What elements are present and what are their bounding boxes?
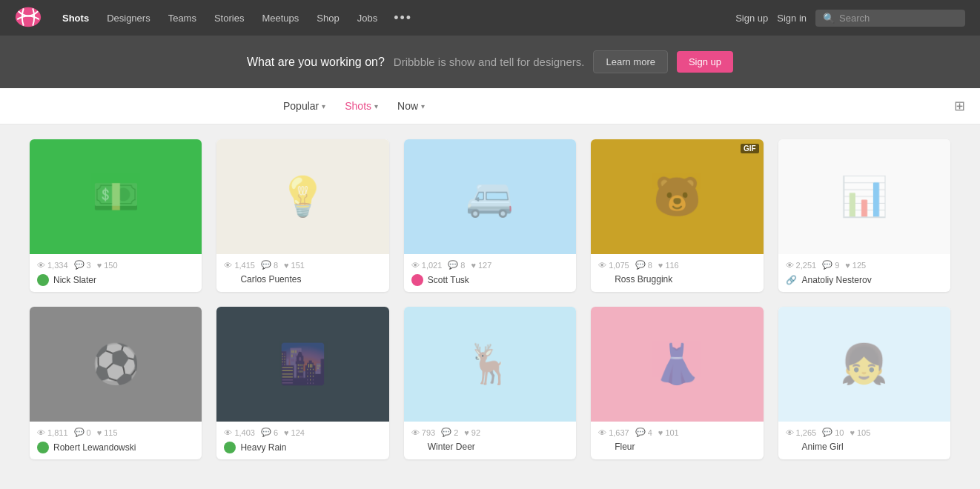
eye-icon: 👁 <box>224 428 232 437</box>
nav-designers[interactable]: Designers <box>99 8 158 28</box>
shot-stats: 👁 1,811 💬 0 ♥ 115 <box>37 428 194 437</box>
like-count: 127 <box>478 261 491 270</box>
shot-thumbnail[interactable]: GIF 🐻 <box>591 139 763 254</box>
view-count: 2,251 <box>796 261 817 270</box>
comments-stat: 💬 9 <box>822 260 839 270</box>
shot-card[interactable]: 👧 👁 1,265 💬 10 ♥ 105 Anime Girl <box>778 307 950 459</box>
nav-shots[interactable]: Shots <box>55 8 96 28</box>
shot-author: Robert Lewandowski <box>37 442 194 453</box>
shot-thumbnail[interactable]: 📊 <box>778 139 950 254</box>
heart-icon: ♥ <box>284 261 289 270</box>
author-name-link[interactable]: Fleur <box>615 442 635 452</box>
author-name-link[interactable]: Heavy Rain <box>240 442 286 453</box>
banner-description: Dribbble is show and tell for designers. <box>394 56 585 68</box>
comment-count: 9 <box>835 261 839 270</box>
shot-stats: 👁 1,021 💬 8 ♥ 127 <box>411 260 569 270</box>
comment-count: 0 <box>87 428 91 437</box>
shot-illustration: 👧 <box>778 307 950 422</box>
heart-icon: ♥ <box>850 428 855 437</box>
shots-filter[interactable]: Shots ▾ <box>337 96 385 116</box>
author-name-link[interactable]: Nick Slater <box>53 275 96 285</box>
shot-meta: 👁 793 💬 2 ♥ 92 Winter Deer <box>404 422 576 458</box>
shot-stats: 👁 1,075 💬 8 ♥ 116 <box>598 260 755 270</box>
view-count: 1,811 <box>47 428 68 437</box>
shot-thumbnail[interactable]: 👗 <box>591 307 763 422</box>
shot-card[interactable]: 💡 👁 1,415 💬 8 ♥ 151 Carlos Puentes <box>216 139 388 292</box>
views-stat: 👁 1,265 <box>786 428 817 437</box>
nav-jobs[interactable]: Jobs <box>350 8 385 28</box>
popular-filter[interactable]: Popular ▾ <box>276 96 333 116</box>
heart-icon: ♥ <box>97 261 102 270</box>
shot-card[interactable]: ⚽ 👁 1,811 💬 0 ♥ 115 Robert Lewandows <box>30 307 202 459</box>
shot-thumbnail[interactable]: 💡 <box>216 139 388 254</box>
filter-bar: Popular ▾ Shots ▾ Now ▾ ⊞ <box>0 88 980 124</box>
shot-thumbnail[interactable]: 🌆 <box>216 307 388 422</box>
shot-meta: 👁 1,637 💬 4 ♥ 101 Fleur <box>591 422 763 458</box>
comment-icon: 💬 <box>635 428 646 437</box>
grid-toggle-button[interactable]: ⊞ <box>954 98 965 114</box>
nav-signup-link[interactable]: Sign up <box>735 13 768 24</box>
nav-signin-link[interactable]: Sign in <box>777 13 807 24</box>
now-chevron-icon: ▾ <box>421 102 425 110</box>
shot-meta: 👁 1,075 💬 8 ♥ 116 Ross Bruggink <box>591 254 763 290</box>
shot-thumbnail[interactable]: ⚽ <box>30 307 202 422</box>
shot-illustration: ⚽ <box>30 307 202 422</box>
shot-thumbnail[interactable]: 🚐 <box>404 139 576 254</box>
author-name-link[interactable]: Ross Bruggink <box>615 274 672 285</box>
like-count: 101 <box>665 428 678 437</box>
shot-card[interactable]: GIF 🐻 👁 1,075 💬 8 ♥ 116 Ross <box>591 139 763 292</box>
shot-card[interactable]: 🌆 👁 1,403 💬 6 ♥ 124 Heavy Rain <box>216 307 388 459</box>
dribbble-logo[interactable] <box>15 7 42 30</box>
comment-count: 8 <box>648 261 652 270</box>
shot-author: 🔗 Anatoliy Nesterov <box>786 274 943 286</box>
shot-author: Scott Tusk <box>411 274 569 286</box>
search-box: 🔍 <box>815 10 965 27</box>
author-name-link[interactable]: Robert Lewandowski <box>53 442 136 453</box>
nav-meetups[interactable]: Meetups <box>254 8 306 28</box>
eye-icon: 👁 <box>37 261 45 270</box>
author-name-link[interactable]: Winter Deer <box>428 442 475 452</box>
shot-thumbnail[interactable]: 💵 <box>30 139 202 254</box>
shot-thumbnail[interactable]: 👧 <box>778 307 950 422</box>
heart-icon: ♥ <box>658 261 663 270</box>
search-input[interactable] <box>839 13 958 24</box>
banner-signup-button[interactable]: Sign up <box>677 51 733 73</box>
learn-more-button[interactable]: Learn more <box>593 50 667 73</box>
comment-icon: 💬 <box>448 260 458 270</box>
author-name-link[interactable]: Anime Girl <box>802 442 844 452</box>
heart-icon: ♥ <box>97 428 102 437</box>
now-filter[interactable]: Now ▾ <box>390 96 432 116</box>
view-count: 1,021 <box>422 261 443 270</box>
shot-card[interactable]: 🚐 👁 1,021 💬 8 ♥ 127 Scott Tusk <box>404 139 576 292</box>
shot-author: Carlos Puentes <box>224 274 381 285</box>
shot-card[interactable]: 🦌 👁 793 💬 2 ♥ 92 Winter Deer <box>404 307 576 459</box>
author-name-link[interactable]: Anatoliy Nesterov <box>802 275 872 285</box>
nav-teams[interactable]: Teams <box>161 8 204 28</box>
eye-icon: 👁 <box>786 428 794 437</box>
likes-stat: ♥ 124 <box>284 428 305 437</box>
like-count: 92 <box>471 428 480 437</box>
comments-stat: 💬 3 <box>74 260 91 270</box>
nav-stories[interactable]: Stories <box>207 8 251 28</box>
author-name-link[interactable]: Scott Tusk <box>428 275 469 285</box>
shot-illustration: 🦌 <box>404 307 576 422</box>
likes-stat: ♥ 92 <box>464 428 480 437</box>
shot-card[interactable]: 👗 👁 1,637 💬 4 ♥ 101 Fleur <box>591 307 763 459</box>
comments-stat: 💬 6 <box>261 428 278 437</box>
comment-icon: 💬 <box>74 260 85 270</box>
views-stat: 👁 1,334 <box>37 261 68 270</box>
shot-card[interactable]: 💵 👁 1,334 💬 3 ♥ 150 Nick Slater <box>30 139 202 292</box>
shot-author: Heavy Rain <box>224 442 381 453</box>
like-count: 151 <box>291 261 305 270</box>
shot-card[interactable]: 📊 👁 2,251 💬 9 ♥ 125 🔗 Anatoliy Nest <box>778 139 950 292</box>
nav-shop[interactable]: Shop <box>309 8 346 28</box>
search-icon: 🔍 <box>823 13 835 24</box>
comments-stat: 💬 0 <box>74 428 91 437</box>
nav-more[interactable]: ••• <box>388 6 418 30</box>
likes-stat: ♥ 115 <box>97 428 118 437</box>
shot-thumbnail[interactable]: 🦌 <box>404 307 576 422</box>
comment-count: 10 <box>835 428 844 437</box>
comment-icon: 💬 <box>822 260 832 270</box>
author-badge <box>224 442 236 453</box>
author-name-link[interactable]: Carlos Puentes <box>240 274 301 285</box>
